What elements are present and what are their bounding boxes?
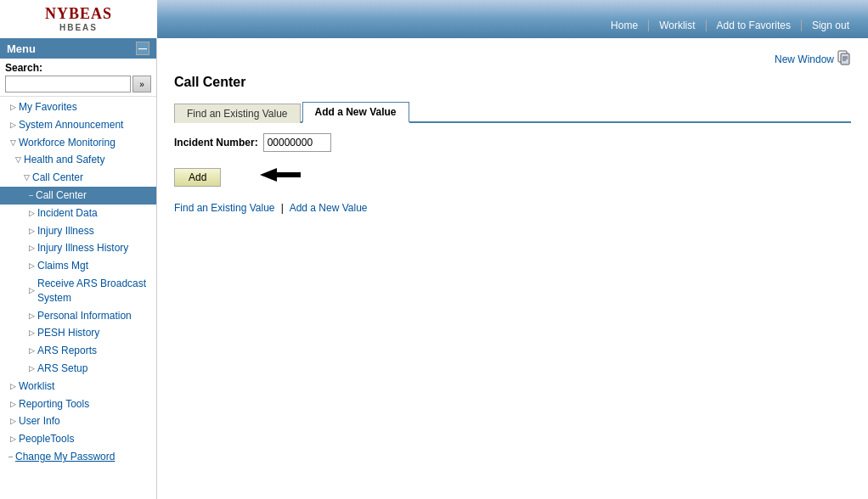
change-password-label[interactable]: Change My Password bbox=[15, 450, 115, 464]
logo: NYBEAS HBEAS bbox=[45, 6, 112, 32]
bottom-links: Find an Existing Value | Add a New Value bbox=[174, 202, 851, 214]
my-favorites-label: My Favorites bbox=[19, 100, 77, 115]
ars-setup-label: ARS Setup bbox=[37, 362, 87, 376]
sidebar-item-my-favorites[interactable]: ▷ My Favorites bbox=[0, 98, 156, 116]
logo-bottom: HBEAS bbox=[45, 23, 112, 32]
menu-header: Menu — bbox=[0, 38, 156, 59]
workforce-monitoring-label: Workforce Monitoring bbox=[19, 136, 116, 150]
svg-marker-5 bbox=[260, 168, 277, 182]
search-area: Search: » bbox=[0, 59, 156, 97]
people-tools-label: PeopleTools bbox=[19, 432, 74, 446]
top-header: NYBEAS HBEAS Home Worklist Add to Favori… bbox=[0, 0, 868, 38]
bottom-separator: | bbox=[281, 202, 284, 214]
incident-number-row: Incident Number: bbox=[174, 133, 851, 152]
sidebar-item-ars-setup[interactable]: ▷ ARS Setup bbox=[0, 360, 156, 378]
receive-ars-label: Receive ARS Broadcast System bbox=[37, 277, 151, 306]
sidebar-item-user-info[interactable]: ▷ User Info bbox=[0, 412, 156, 430]
menu-label: Menu bbox=[7, 42, 36, 55]
sidebar-item-worklist[interactable]: ▷ Worklist bbox=[0, 378, 156, 395]
nav-add-favorites[interactable]: Add to Favorites bbox=[707, 20, 802, 31]
health-safety-label: Health and Safety bbox=[24, 153, 104, 167]
injury-illness-history-label: Injury Illness History bbox=[37, 241, 128, 255]
nav-home[interactable]: Home bbox=[600, 20, 649, 31]
nav-worklist[interactable]: Worklist bbox=[649, 20, 706, 31]
personal-info-label: Personal Information bbox=[37, 309, 132, 323]
sidebar-item-system-announcement[interactable]: ▷ System Announcement bbox=[0, 116, 156, 134]
search-button[interactable]: » bbox=[132, 76, 151, 93]
sidebar-item-receive-ars[interactable]: ▷ Receive ARS Broadcast System bbox=[0, 275, 156, 307]
sidebar-item-call-center-active[interactable]: – Call Center bbox=[0, 187, 156, 205]
reporting-tools-label: Reporting Tools bbox=[19, 397, 89, 412]
sidebar-item-personal-info[interactable]: ▷ Personal Information bbox=[0, 307, 156, 325]
logo-area: NYBEAS HBEAS bbox=[0, 0, 157, 38]
search-label: Search: bbox=[5, 62, 151, 74]
injury-illness-label: Injury Illness bbox=[37, 224, 94, 238]
bottom-add-link[interactable]: Add a New Value bbox=[290, 202, 368, 214]
incident-number-label: Incident Number: bbox=[174, 137, 258, 149]
sidebar-item-ars-reports[interactable]: ▷ ARS Reports bbox=[0, 342, 156, 360]
add-button[interactable]: Add bbox=[174, 168, 221, 187]
tabs-row: Find an Existing Value Add a New Value bbox=[174, 100, 851, 123]
arrow-indicator bbox=[234, 165, 302, 188]
main-layout: Menu — Search: » ▷ My Favorites ▷ System… bbox=[0, 38, 868, 499]
svg-rect-6 bbox=[277, 172, 301, 177]
sidebar-item-people-tools[interactable]: ▷ PeopleTools bbox=[0, 430, 156, 448]
user-info-label: User Info bbox=[19, 414, 60, 429]
search-input[interactable] bbox=[5, 76, 131, 93]
system-announcement-label: System Announcement bbox=[19, 118, 123, 132]
new-window-row: New Window bbox=[174, 47, 851, 75]
nav-sign-out[interactable]: Sign out bbox=[802, 20, 860, 31]
sidebar-item-health-safety[interactable]: ▽ Health and Safety bbox=[0, 151, 156, 169]
sidebar-item-claims-mgt[interactable]: ▷ Claims Mgt bbox=[0, 257, 156, 275]
new-window-icon bbox=[837, 50, 851, 68]
claims-mgt-label: Claims Mgt bbox=[37, 259, 88, 273]
sidebar-item-injury-illness[interactable]: ▷ Injury Illness bbox=[0, 222, 156, 240]
worklist-label: Worklist bbox=[19, 379, 54, 394]
search-row: » bbox=[5, 76, 151, 93]
sidebar-item-change-password[interactable]: – Change My Password bbox=[0, 448, 156, 466]
sidebar-item-injury-illness-history[interactable]: ▷ Injury Illness History bbox=[0, 239, 156, 257]
sidebar-item-incident-data[interactable]: ▷ Incident Data bbox=[0, 205, 156, 222]
sidebar-item-pesh-history[interactable]: ▷ PESH History bbox=[0, 324, 156, 342]
new-window-link[interactable]: New Window bbox=[775, 53, 834, 65]
sidebar-item-reporting-tools[interactable]: ▷ Reporting Tools bbox=[0, 395, 156, 413]
bottom-find-link[interactable]: Find an Existing Value bbox=[174, 202, 275, 214]
nav-tree: ▷ My Favorites ▷ System Announcement ▽ W… bbox=[0, 97, 156, 468]
incident-data-label: Incident Data bbox=[37, 206, 98, 221]
minimize-button[interactable]: — bbox=[136, 42, 149, 55]
tab-add-new[interactable]: Add a New Value bbox=[302, 102, 409, 123]
top-nav: Home Worklist Add to Favorites Sign out bbox=[600, 20, 868, 38]
content-area: New Window Call Center Find an Existing … bbox=[157, 38, 868, 499]
sidebar-item-call-center-parent[interactable]: ▽ Call Center bbox=[0, 169, 156, 187]
sidebar: Menu — Search: » ▷ My Favorites ▷ System… bbox=[0, 38, 157, 499]
page-title: Call Center bbox=[174, 75, 851, 90]
incident-number-input[interactable] bbox=[263, 133, 331, 152]
ars-reports-label: ARS Reports bbox=[37, 344, 97, 358]
call-center-parent-label: Call Center bbox=[32, 171, 83, 185]
tab-find-existing[interactable]: Find an Existing Value bbox=[174, 104, 301, 123]
pesh-history-label: PESH History bbox=[37, 326, 99, 340]
logo-top: NYBEAS bbox=[45, 6, 112, 23]
call-center-active-label: Call Center bbox=[36, 188, 87, 203]
add-button-row: Add bbox=[174, 165, 851, 188]
sidebar-item-workforce-monitoring[interactable]: ▽ Workforce Monitoring bbox=[0, 134, 156, 152]
